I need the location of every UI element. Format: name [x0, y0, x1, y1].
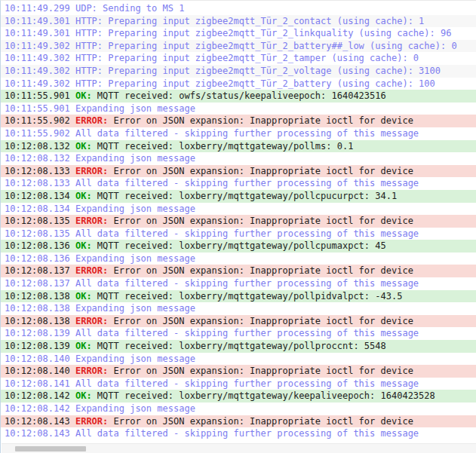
log-timestamp: 10:12:08.137	[5, 265, 70, 276]
log-message: Expanding json message	[70, 303, 195, 314]
log-timestamp: 10:11:49.302	[5, 53, 70, 63]
log-timestamp: 10:12:08.140	[5, 366, 70, 376]
log-message: Expanding json message	[70, 354, 195, 364]
horizontal-scrollbar[interactable]	[2, 443, 476, 453]
log-timestamp: 10:12:08.143	[5, 428, 70, 439]
log-row: 10:11:49.302 HTTP: Preparing input zigbe…	[1, 65, 476, 78]
log-row: 10:11:49.302 HTTP: Preparing input zigbe…	[1, 52, 476, 65]
log-level-label: OK:	[70, 390, 92, 401]
log-level-label: ERROR:	[70, 316, 109, 326]
log-message: Error on JSON expansion: Inappropriate i…	[108, 366, 413, 376]
log-timestamp: 10:11:49.302	[5, 41, 70, 51]
log-viewer: 10:11:49.299 UDP: Sending to MS 110:11:4…	[0, 0, 476, 453]
log-message: MQTT received: loxberry/mqttgateway/poll…	[92, 341, 386, 351]
log-level-label: OK:	[70, 341, 92, 351]
log-row: 10:11:49.299 UDP: Sending to MS 1	[1, 2, 476, 15]
log-row: 10:12:08.139 All data filtered - skippin…	[1, 327, 476, 340]
log-row: 10:11:49.302 HTTP: Preparing input zigbe…	[1, 40, 476, 53]
log-timestamp: 10:12:08.136	[5, 253, 70, 264]
log-message: HTTP: Preparing input zigbee2mqtt_Tür_2_…	[70, 53, 419, 63]
log-message: Error on JSON expansion: Inappropriate i…	[108, 316, 413, 326]
log-message: All data filtered - skipping further pro…	[70, 278, 419, 289]
log-level-label: OK:	[70, 240, 92, 251]
log-row: 10:12:08.132 OK: MQTT received: loxberry…	[1, 140, 476, 153]
log-message: MQTT received: loxberry/mqttgateway/poll…	[92, 291, 403, 301]
log-message: HTTP: Preparing input zigbee2mqtt_Tür_2_…	[70, 16, 425, 26]
log-row: 10:11:55.901 OK: MQTT received: owfs/sta…	[1, 90, 476, 103]
log-level-label: OK:	[70, 291, 92, 301]
log-row: 10:12:08.137 All data filtered - skippin…	[1, 277, 476, 290]
log-row: 10:12:08.135 ERROR: Error on JSON expans…	[1, 215, 476, 228]
log-row: 10:12:08.138 OK: MQTT received: loxberry…	[1, 290, 476, 303]
log-message: UDP: Sending to MS 1	[70, 3, 185, 14]
log-row: 10:11:49.301 HTTP: Preparing input zigbe…	[1, 15, 476, 28]
log-row: 10:12:08.135 All data filtered - skippin…	[1, 228, 476, 240]
log-message: Expanding json message	[70, 403, 195, 414]
log-row: 10:12:08.139 OK: MQTT received: loxberry…	[1, 340, 476, 353]
log-timestamp: 10:12:08.132	[5, 141, 70, 152]
log-timestamp: 10:12:08.138	[5, 316, 70, 326]
log-row: 10:12:08.133 All data filtered - skippin…	[1, 177, 476, 190]
log-message: MQTT received: loxberry/mqttgateway/keep…	[92, 390, 435, 401]
log-row: 10:12:08.133 ERROR: Error on JSON expans…	[1, 165, 476, 178]
log-message: MQTT received: owfs/status/keepaliveepoc…	[92, 90, 386, 101]
log-timestamp: 10:12:08.138	[5, 303, 70, 314]
log-timestamp: 10:11:49.301	[5, 28, 70, 38]
log-message: HTTP: Preparing input zigbee2mqtt_Tür_2_…	[70, 66, 441, 76]
log-timestamp: 10:12:08.137	[5, 278, 70, 289]
log-message: MQTT received: loxberry/mqttgateway/poll…	[92, 191, 398, 201]
log-row: 10:12:08.142 OK: MQTT received: loxberry…	[1, 390, 476, 402]
log-row: 10:12:08.140 Expanding json message	[1, 353, 476, 366]
log-timestamp: 10:11:55.901	[5, 103, 70, 114]
log-row: 10:12:08.134 OK: MQTT received: loxberry…	[1, 190, 476, 203]
log-timestamp: 10:11:55.901	[5, 90, 70, 101]
log-message: Expanding json message	[70, 103, 195, 114]
log-timestamp: 10:11:49.302	[5, 66, 70, 76]
log-timestamp: 10:12:08.133	[5, 178, 70, 188]
log-message: HTTP: Preparing input zigbee2mqtt_Tür_2_…	[70, 78, 435, 89]
log-row: 10:12:08.137 ERROR: Error on JSON expans…	[1, 265, 476, 277]
log-message: Error on JSON expansion: Inappropriate i…	[108, 216, 413, 226]
log-message: All data filtered - skipping further pro…	[70, 128, 419, 139]
log-timestamp: 10:12:08.136	[5, 240, 70, 251]
log-timestamp: 10:11:55.902	[5, 115, 70, 126]
log-row: 10:12:08.143 All data filtered - skippin…	[1, 427, 476, 440]
log-level-label: ERROR:	[70, 366, 109, 376]
log-row: 10:12:08.142 Expanding json message	[1, 402, 476, 415]
log-message: Error on JSON expansion: Inappropriate i…	[108, 115, 413, 126]
log-timestamp: 10:12:08.134	[5, 191, 70, 201]
log-level-label: ERROR:	[70, 265, 109, 276]
log-timestamp: 10:12:08.138	[5, 291, 70, 301]
log-message: HTTP: Preparing input zigbee2mqtt_Tür_2_…	[70, 28, 452, 38]
log-message: Expanding json message	[70, 204, 195, 214]
log-timestamp: 10:12:08.134	[5, 204, 70, 214]
log-message: All data filtered - skipping further pro…	[70, 428, 419, 439]
log-timestamp: 10:12:08.135	[5, 228, 70, 239]
log-timestamp: 10:12:08.139	[5, 341, 70, 351]
log-message: All data filtered - skipping further pro…	[70, 378, 419, 389]
log-row: 10:12:08.132 Expanding json message	[1, 152, 476, 165]
log-output: 10:11:49.299 UDP: Sending to MS 110:11:4…	[1, 1, 476, 440]
log-message: HTTP: Preparing input zigbee2mqtt_Tür_2_…	[70, 41, 457, 51]
log-timestamp: 10:12:08.143	[5, 416, 70, 427]
log-message: All data filtered - skipping further pro…	[70, 228, 419, 239]
log-level-label: OK:	[70, 141, 92, 152]
log-row: 10:12:08.140 ERROR: Error on JSON expans…	[1, 365, 476, 378]
log-row: 10:11:49.302 HTTP: Preparing input zigbe…	[1, 78, 476, 90]
log-message: MQTT received: loxberry/mqttgateway/poll…	[92, 141, 354, 152]
log-row: 10:12:08.136 Expanding json message	[1, 253, 476, 265]
scrollbar-thumb[interactable]	[15, 446, 86, 451]
log-level-label: OK:	[70, 90, 92, 101]
log-level-label: ERROR:	[70, 216, 109, 226]
log-timestamp: 10:12:08.139	[5, 328, 70, 338]
log-row: 10:12:08.136 OK: MQTT received: loxberry…	[1, 240, 476, 253]
log-row: 10:12:08.134 Expanding json message	[1, 203, 476, 216]
log-level-label: ERROR:	[70, 416, 109, 427]
log-timestamp: 10:12:08.133	[5, 166, 70, 176]
log-timestamp: 10:11:49.301	[5, 16, 70, 26]
log-message: Expanding json message	[70, 153, 195, 164]
log-row: 10:12:08.138 ERROR: Error on JSON expans…	[1, 315, 476, 328]
log-timestamp: 10:12:08.141	[5, 378, 70, 389]
log-message: Expanding json message	[70, 253, 195, 264]
log-level-label: ERROR:	[70, 166, 109, 176]
